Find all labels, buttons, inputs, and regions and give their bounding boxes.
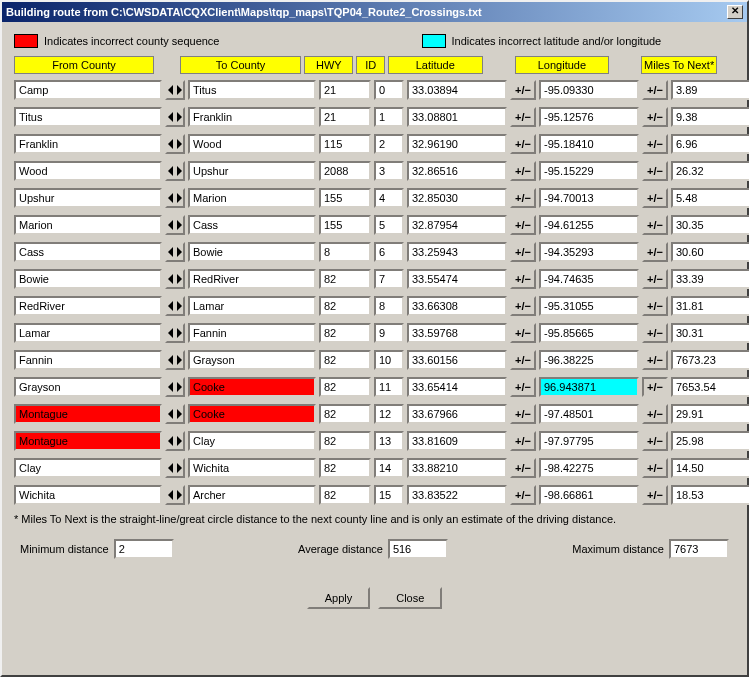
from-county-field[interactable]: Upshur [14, 188, 162, 208]
to-county-field[interactable]: Wood [188, 134, 316, 154]
to-county-field[interactable]: Cooke [188, 377, 316, 397]
latitude-plusminus[interactable]: +/− [510, 269, 536, 289]
miles-to-next-field[interactable]: 31.81 [671, 296, 749, 316]
to-county-field[interactable]: Lamar [188, 296, 316, 316]
latitude-plusminus[interactable]: +/− [510, 107, 536, 127]
id-field[interactable]: 5 [374, 215, 404, 235]
miles-to-next-field[interactable]: 29.91 [671, 404, 749, 424]
from-county-stepper[interactable] [165, 161, 185, 181]
id-field[interactable]: 14 [374, 458, 404, 478]
to-county-field[interactable]: Archer [188, 485, 316, 505]
latitude-plusminus[interactable]: +/− [510, 134, 536, 154]
miles-to-next-field[interactable]: 3.89 [671, 80, 749, 100]
longitude-plusminus[interactable]: +/− [642, 80, 668, 100]
from-county-field[interactable]: Franklin [14, 134, 162, 154]
latitude-field[interactable]: 33.55474 [407, 269, 507, 289]
from-county-field[interactable]: Clay [14, 458, 162, 478]
id-field[interactable]: 4 [374, 188, 404, 208]
latitude-field[interactable]: 33.25943 [407, 242, 507, 262]
to-county-field[interactable]: Bowie [188, 242, 316, 262]
latitude-field[interactable]: 32.87954 [407, 215, 507, 235]
latitude-field[interactable]: 33.65414 [407, 377, 507, 397]
latitude-field[interactable]: 33.67966 [407, 404, 507, 424]
hwy-field[interactable]: 115 [319, 134, 371, 154]
to-county-field[interactable]: Franklin [188, 107, 316, 127]
latitude-plusminus[interactable]: +/− [510, 296, 536, 316]
hwy-field[interactable]: 8 [319, 242, 371, 262]
miles-to-next-field[interactable]: 30.35 [671, 215, 749, 235]
from-county-field[interactable]: Wood [14, 161, 162, 181]
latitude-plusminus[interactable]: +/− [510, 350, 536, 370]
hwy-field[interactable]: 82 [319, 404, 371, 424]
id-field[interactable]: 3 [374, 161, 404, 181]
latitude-plusminus[interactable]: +/− [510, 458, 536, 478]
from-county-field[interactable]: Cass [14, 242, 162, 262]
avg-distance-field[interactable]: 516 [388, 539, 448, 559]
latitude-field[interactable]: 33.03894 [407, 80, 507, 100]
latitude-plusminus[interactable]: +/− [510, 485, 536, 505]
from-county-stepper[interactable] [165, 404, 185, 424]
hwy-field[interactable]: 21 [319, 80, 371, 100]
longitude-field[interactable]: -94.74635 [539, 269, 639, 289]
from-county-stepper[interactable] [165, 458, 185, 478]
longitude-field[interactable]: 96.943871 [539, 377, 639, 397]
from-county-field[interactable]: Bowie [14, 269, 162, 289]
longitude-plusminus[interactable]: +/− [642, 242, 668, 262]
miles-to-next-field[interactable]: 18.53 [671, 485, 749, 505]
latitude-plusminus[interactable]: +/− [510, 188, 536, 208]
miles-to-next-field[interactable]: 5.48 [671, 188, 749, 208]
to-county-field[interactable]: Cass [188, 215, 316, 235]
from-county-field[interactable]: Montague [14, 404, 162, 424]
latitude-plusminus[interactable]: +/− [510, 80, 536, 100]
id-field[interactable]: 12 [374, 404, 404, 424]
to-county-field[interactable]: Marion [188, 188, 316, 208]
from-county-field[interactable]: RedRiver [14, 296, 162, 316]
from-county-stepper[interactable] [165, 215, 185, 235]
latitude-plusminus[interactable]: +/− [510, 215, 536, 235]
from-county-stepper[interactable] [165, 485, 185, 505]
miles-to-next-field[interactable]: 25.98 [671, 431, 749, 451]
miles-to-next-field[interactable]: 30.31 [671, 323, 749, 343]
longitude-plusminus[interactable]: +/− [642, 404, 668, 424]
hwy-field[interactable]: 82 [319, 350, 371, 370]
close-button[interactable]: Close [378, 587, 442, 609]
latitude-plusminus[interactable]: +/− [510, 377, 536, 397]
min-distance-field[interactable]: 2 [114, 539, 174, 559]
to-county-field[interactable]: Grayson [188, 350, 316, 370]
miles-to-next-field[interactable]: 30.60 [671, 242, 749, 262]
longitude-plusminus[interactable]: +/− [642, 377, 668, 397]
miles-to-next-field[interactable]: 9.38 [671, 107, 749, 127]
from-county-stepper[interactable] [165, 296, 185, 316]
id-field[interactable]: 2 [374, 134, 404, 154]
latitude-field[interactable]: 33.59768 [407, 323, 507, 343]
from-county-stepper[interactable] [165, 269, 185, 289]
latitude-plusminus[interactable]: +/− [510, 323, 536, 343]
from-county-field[interactable]: Grayson [14, 377, 162, 397]
longitude-field[interactable]: -95.12576 [539, 107, 639, 127]
id-field[interactable]: 10 [374, 350, 404, 370]
id-field[interactable]: 6 [374, 242, 404, 262]
to-county-field[interactable]: Wichita [188, 458, 316, 478]
to-county-field[interactable]: Clay [188, 431, 316, 451]
latitude-plusminus[interactable]: +/− [510, 161, 536, 181]
longitude-field[interactable]: -94.70013 [539, 188, 639, 208]
hwy-field[interactable]: 2088 [319, 161, 371, 181]
hwy-field[interactable]: 82 [319, 323, 371, 343]
longitude-field[interactable]: -95.09330 [539, 80, 639, 100]
id-field[interactable]: 15 [374, 485, 404, 505]
to-county-field[interactable]: Titus [188, 80, 316, 100]
max-distance-field[interactable]: 7673 [669, 539, 729, 559]
to-county-field[interactable]: RedRiver [188, 269, 316, 289]
longitude-field[interactable]: -96.38225 [539, 350, 639, 370]
latitude-field[interactable]: 33.60156 [407, 350, 507, 370]
from-county-field[interactable]: Fannin [14, 350, 162, 370]
hwy-field[interactable]: 21 [319, 107, 371, 127]
hwy-field[interactable]: 82 [319, 269, 371, 289]
latitude-field[interactable]: 32.96190 [407, 134, 507, 154]
close-icon[interactable]: ✕ [727, 5, 743, 19]
latitude-field[interactable]: 32.85030 [407, 188, 507, 208]
id-field[interactable]: 0 [374, 80, 404, 100]
to-county-field[interactable]: Fannin [188, 323, 316, 343]
longitude-plusminus[interactable]: +/− [642, 161, 668, 181]
miles-to-next-field[interactable]: 7673.23 [671, 350, 749, 370]
